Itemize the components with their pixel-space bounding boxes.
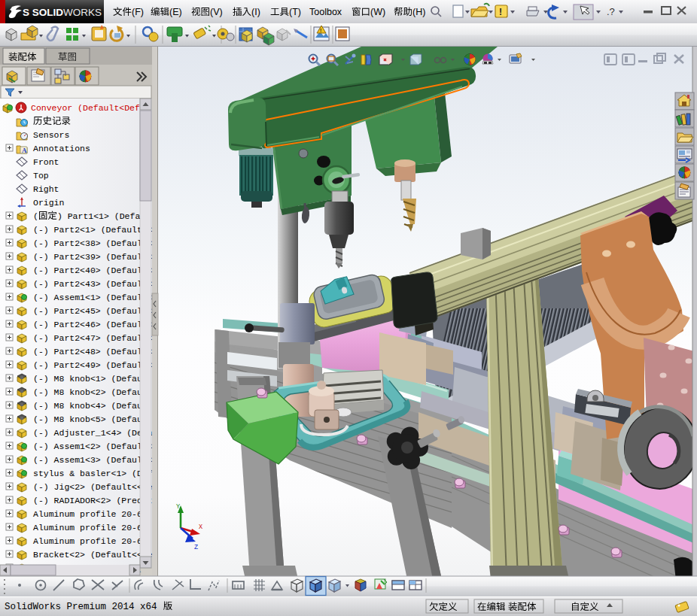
svg-text:Bracket<2> (Default<<De: Bracket<2> (Default<<De: [33, 550, 153, 560]
svg-text:Y: Y: [176, 503, 180, 511]
svg-text:Sensors: Sensors: [33, 130, 69, 140]
svg-text:(-) Part2<43> (Default<: (-) Part2<43> (Default<: [33, 279, 153, 289]
svg-text:!: !: [499, 7, 502, 17]
svg-text:Z: Z: [194, 544, 198, 551]
svg-text:Front: Front: [33, 157, 59, 167]
svg-text:(-) Part2<40> (Default<: (-) Part2<40> (Default<: [33, 266, 153, 275]
svg-text:(-) Part2<39> (Default<: (-) Part2<39> (Default<: [33, 252, 153, 262]
svg-text:Conveyor (Default<Defau: Conveyor (Default<Defau: [31, 103, 151, 113]
svg-text:Origin: Origin: [33, 198, 64, 208]
svg-text:(H): (H): [412, 7, 425, 17]
svg-text:(-) Part2<48> (Default<: (-) Part2<48> (Default<: [33, 347, 153, 357]
svg-text:(V): (V): [210, 7, 223, 17]
svg-text:(-) Assem1<3> (Default<: (-) Assem1<3> (Default<: [33, 455, 153, 465]
svg-text:S SOLIDWORKS: S SOLIDWORKS: [23, 7, 102, 18]
svg-text:A: A: [22, 147, 27, 154]
svg-text:(-) Part2<49> (Default<: (-) Part2<49> (Default<: [33, 360, 153, 370]
svg-text:(-) Jig<2> (Default<<De: (-) Jig<2> (Default<<De: [33, 482, 153, 492]
svg-text:X: X: [199, 523, 202, 531]
svg-text:(-) Part2<45> (Default<: (-) Part2<45> (Default<: [33, 306, 153, 316]
svg-text:(-) M8 knob<5> (Defau: (-) M8 knob<5> (Defau: [33, 414, 142, 424]
svg-text:Top: Top: [33, 171, 49, 181]
svg-text:SolidWorks Premium 2014 x64: SolidWorks Premium 2014 x64: [5, 602, 157, 612]
svg-text:(-) RADIADOR<2> (Predet: (-) RADIADOR<2> (Predet: [33, 496, 153, 505]
svg-text:(-) Part2<1> (Default<<: (-) Part2<1> (Default<<: [33, 225, 153, 235]
svg-text:!: !: [320, 27, 321, 34]
svg-text:stylus & basler<1> (Def: stylus & basler<1> (Def: [33, 469, 153, 478]
svg-text:(E): (E): [169, 7, 182, 17]
svg-text:Aluminum profile 20-60: Aluminum profile 20-60: [33, 523, 148, 533]
svg-text:(-) Adjuster_1<4> (Defa: (-) Adjuster_1<4> (Defa: [33, 428, 153, 438]
svg-text:Toolbox: Toolbox: [309, 7, 342, 17]
svg-text:(-) M8 knob<4> (Defau: (-) M8 knob<4> (Defau: [33, 401, 142, 411]
svg-text:(F): (F): [132, 7, 144, 17]
svg-text:(-) Part2<46> (Default<: (-) Part2<46> (Default<: [33, 320, 153, 329]
svg-text:(T): (T): [289, 7, 301, 17]
svg-text:.?: .?: [607, 6, 615, 17]
svg-text:Aluminum profile 20-60: Aluminum profile 20-60: [33, 509, 148, 519]
svg-text:(W): (W): [370, 7, 385, 17]
svg-text:Right: Right: [33, 184, 59, 194]
svg-text:(-) M8 knob<2> (Defau: (-) M8 knob<2> (Defau: [33, 387, 142, 397]
svg-text:) Part1<1> (Defaul: ) Part1<1> (Defaul: [57, 211, 151, 221]
svg-text:(I): (I): [251, 7, 260, 17]
svg-text:(-) Assem1<1> (Default<: (-) Assem1<1> (Default<: [33, 293, 153, 302]
svg-text:Aluminum profile 20-60: Aluminum profile 20-60: [33, 536, 148, 546]
svg-text:(-) Part2<47> (Default<: (-) Part2<47> (Default<: [33, 333, 153, 343]
svg-text:(-) M8 knob<1> (Defau: (-) M8 knob<1> (Defau: [33, 374, 142, 384]
svg-text:Annotations: Annotations: [33, 144, 90, 153]
svg-text:(: (: [33, 211, 38, 221]
svg-text:(-) Part2<38> (Default<: (-) Part2<38> (Default<: [33, 238, 153, 248]
svg-text:(-) Assem1<2> (Default<: (-) Assem1<2> (Default<: [33, 442, 153, 451]
